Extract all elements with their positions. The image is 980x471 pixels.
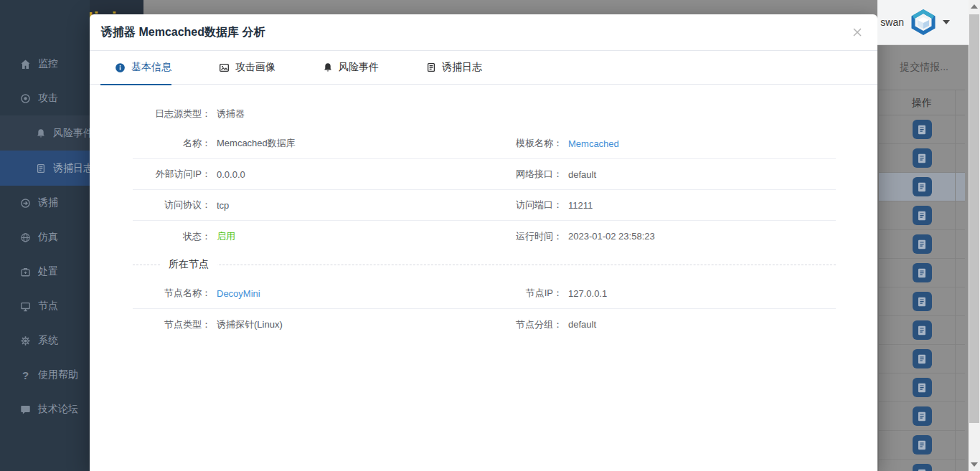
table-row xyxy=(879,173,965,201)
field-value: 0.0.0.0 xyxy=(217,169,484,180)
sidebar-item-simulation[interactable]: 仿真 xyxy=(0,220,90,254)
table-row xyxy=(879,144,965,173)
sidebar-item-nodes[interactable]: 节点 xyxy=(0,289,90,323)
table-row xyxy=(879,431,965,460)
background-table-rows xyxy=(879,115,965,471)
sidebar-item-label: 技术论坛 xyxy=(38,403,78,416)
sidebar-item-attack[interactable]: 攻击 xyxy=(0,81,90,115)
document-icon xyxy=(916,210,928,222)
table-row xyxy=(879,345,965,374)
dashed-divider xyxy=(133,265,836,265)
field-row: 节点名称： DecoyMini 节点IP： 127.0.0.1 xyxy=(133,278,836,309)
sidebar-nav: 监控 攻击 风险事件 诱捕日志 诱捕 xyxy=(0,47,90,427)
view-detail-button[interactable] xyxy=(913,464,932,471)
view-detail-button[interactable] xyxy=(913,148,932,168)
tab-trap-logs[interactable]: 诱捕日志 xyxy=(412,51,482,85)
modal-tabs: 基本信息 攻击画像 风险事件 诱捕日志 xyxy=(90,51,877,85)
tab-attack-profile[interactable]: 攻击画像 xyxy=(204,51,275,85)
view-detail-button[interactable] xyxy=(913,234,932,254)
field-value: 2023-01-02 23:58:23 xyxy=(568,231,836,242)
view-detail-button[interactable] xyxy=(913,378,932,397)
image-icon xyxy=(219,62,230,73)
sidebar-item-system[interactable]: 系统 xyxy=(0,323,90,358)
view-detail-button[interactable] xyxy=(913,120,932,139)
field-label: 运行时间： xyxy=(484,230,568,243)
table-row xyxy=(879,316,965,345)
field-value: Memcached数据库 xyxy=(217,137,484,150)
sidebar-item-label: 使用帮助 xyxy=(38,368,78,381)
sidebar-item-trap[interactable]: 诱捕 xyxy=(0,186,90,220)
operation-column-header: 操作 xyxy=(879,90,965,115)
view-detail-button[interactable] xyxy=(913,292,932,311)
field-label: 节点类型： xyxy=(133,318,217,331)
submit-intel-button[interactable]: 提交情报... xyxy=(900,61,948,74)
view-detail-button[interactable] xyxy=(913,177,932,196)
analysis-modal: 诱捕器 Memcached数据库 分析 基本信息 攻击画像 风险事件 诱捕日志 xyxy=(90,14,877,471)
field-label: 日志源类型： xyxy=(133,108,217,120)
sidebar-item-trap-logs[interactable]: 诱捕日志 xyxy=(0,151,90,186)
field-row: 状态： 启用 运行时间： 2023-01-02 23:58:23 xyxy=(133,221,836,252)
document-icon xyxy=(916,353,928,365)
sidebar-item-risk-events[interactable]: 风险事件 xyxy=(0,115,90,151)
page-scrollbar xyxy=(969,0,980,471)
sidebar-item-label: 诱捕日志 xyxy=(53,162,93,175)
field-row: 节点类型： 诱捕探针(Linux) 节点分组： default xyxy=(133,309,836,340)
close-icon[interactable] xyxy=(850,26,864,40)
sidebar-item-label: 监控 xyxy=(38,57,58,70)
document-icon xyxy=(916,382,928,394)
table-row xyxy=(879,115,965,144)
document-icon xyxy=(916,439,928,451)
field-value: default xyxy=(568,169,836,180)
view-detail-button[interactable] xyxy=(913,320,932,340)
node-link[interactable]: DecoyMini xyxy=(217,288,484,299)
table-row xyxy=(879,230,965,259)
view-detail-button[interactable] xyxy=(913,406,932,426)
tab-label: 诱捕日志 xyxy=(442,61,482,74)
globe-icon xyxy=(20,232,31,243)
attack-submenu: 风险事件 诱捕日志 xyxy=(0,115,90,186)
view-detail-button[interactable] xyxy=(913,349,932,368)
field-label: 名称： xyxy=(133,137,217,150)
scrollbar-thumb[interactable] xyxy=(969,14,979,423)
scrollbar-up-arrow[interactable] xyxy=(971,4,978,9)
arrow-circle-icon xyxy=(20,198,31,209)
user-menu[interactable]: swan xyxy=(877,0,969,45)
table-row xyxy=(879,460,965,471)
view-detail-button[interactable] xyxy=(913,435,932,455)
modal-header: 诱捕器 Memcached数据库 分析 xyxy=(90,14,877,51)
chevron-down-icon xyxy=(943,20,950,24)
modal-title: 诱捕器 Memcached数据库 分析 xyxy=(101,25,265,40)
document-icon xyxy=(916,468,928,471)
monitor-icon xyxy=(20,301,31,312)
target-icon xyxy=(20,93,31,104)
tab-basic-info[interactable]: 基本信息 xyxy=(100,51,171,85)
document-icon xyxy=(916,411,928,422)
sidebar-item-disposal[interactable]: 处置 xyxy=(0,254,90,289)
chat-icon xyxy=(20,404,31,415)
scrollbar-down-arrow[interactable] xyxy=(971,462,978,467)
sidebar: 监控 攻击 风险事件 诱捕日志 诱捕 xyxy=(0,0,90,471)
view-detail-button[interactable] xyxy=(913,206,932,225)
field-label: 节点IP： xyxy=(484,287,568,300)
field-value: default xyxy=(568,319,836,330)
sidebar-item-monitor[interactable]: 监控 xyxy=(0,47,90,81)
tab-risk-events[interactable]: 风险事件 xyxy=(308,51,379,85)
modal-body: 日志源类型： 诱捕器 名称： Memcached数据库 模板名称： Memcac… xyxy=(90,85,877,340)
sidebar-item-label: 仿真 xyxy=(38,231,58,244)
background-table: 操作 xyxy=(878,90,965,471)
bell-icon xyxy=(323,62,333,72)
field-row: 访问协议： tcp 访问端口： 11211 xyxy=(133,190,836,221)
document-icon xyxy=(36,163,46,173)
sidebar-item-forum[interactable]: 技术论坛 xyxy=(0,392,90,427)
gear-icon xyxy=(20,336,31,346)
sidebar-item-help[interactable]: ? 使用帮助 xyxy=(0,358,90,392)
template-link[interactable]: Memcached xyxy=(568,138,836,149)
document-icon xyxy=(916,124,928,135)
document-icon xyxy=(916,325,928,336)
question-icon: ? xyxy=(20,369,31,381)
view-detail-button[interactable] xyxy=(913,263,932,282)
document-icon xyxy=(916,267,928,279)
app: 提交情报... 操作 DecoyMini 监控 攻击 风险事件 xyxy=(0,0,980,471)
node-section-divider: 所在节点 xyxy=(133,252,836,278)
node-section-title: 所在节点 xyxy=(160,258,217,271)
